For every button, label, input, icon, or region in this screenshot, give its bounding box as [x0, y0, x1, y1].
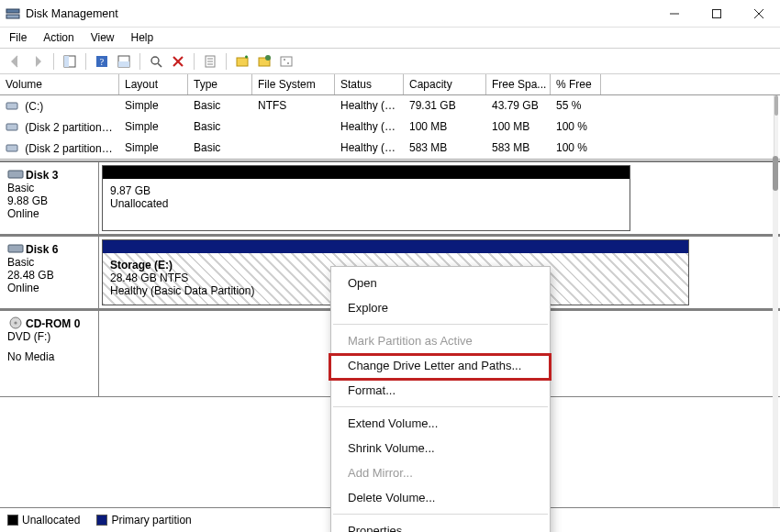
- close-button[interactable]: [738, 0, 780, 27]
- svg-rect-1: [6, 15, 19, 18]
- maximize-button[interactable]: [696, 0, 738, 27]
- svg-rect-7: [64, 56, 69, 67]
- refresh-icon[interactable]: [146, 52, 166, 71]
- titlebar: Disk Management: [0, 0, 780, 28]
- svg-rect-0: [6, 9, 19, 13]
- toolbar: ?: [0, 49, 780, 74]
- disk-label-panel[interactable]: Disk 6 Basic 28.48 GB Online: [0, 237, 99, 308]
- ctx-properties[interactable]: Properties: [331, 518, 550, 532]
- volume-color-bar: [103, 166, 630, 179]
- svg-rect-27: [6, 124, 17, 130]
- volume-table: Volume Layout Type File System Status Ca…: [0, 74, 780, 160]
- new-volume-icon[interactable]: [232, 52, 252, 71]
- svg-rect-3: [713, 9, 721, 17]
- volume-name: (Disk 2 partition 4): [25, 142, 114, 155]
- ctx-delete-volume[interactable]: Delete Volume...: [331, 485, 550, 510]
- table-row[interactable]: (Disk 2 partition 4) Simple Basic Health…: [0, 138, 780, 159]
- volume-box-unallocated[interactable]: 9.87 GB Unallocated: [102, 165, 630, 231]
- svg-point-25: [287, 62, 289, 64]
- svg-rect-30: [8, 245, 23, 252]
- table-scrollbar[interactable]: [774, 95, 778, 159]
- table-row[interactable]: (C:) Simple Basic NTFS Healthy (B... 79.…: [0, 95, 780, 116]
- ctx-mark-active: Mark Partition as Active: [331, 328, 550, 353]
- back-icon[interactable]: [6, 52, 26, 71]
- svg-text:?: ?: [100, 57, 105, 67]
- legend-primary-partition: Primary partition: [96, 514, 191, 526]
- svg-point-32: [14, 321, 17, 324]
- svg-point-12: [151, 57, 159, 64]
- delete-icon[interactable]: [168, 52, 188, 71]
- menu-file[interactable]: File: [9, 31, 27, 44]
- menu-help[interactable]: Help: [131, 31, 154, 44]
- ctx-explore[interactable]: Explore: [331, 295, 550, 320]
- disk-icon: [7, 242, 24, 255]
- svg-point-24: [284, 59, 285, 61]
- svg-rect-23: [281, 57, 292, 66]
- svg-point-22: [265, 55, 271, 61]
- volume-icon: [6, 120, 18, 133]
- menu-view[interactable]: View: [91, 31, 115, 44]
- ctx-extend-volume[interactable]: Extend Volume...: [331, 411, 550, 436]
- cdrom-icon: [7, 316, 24, 329]
- volume-color-bar: [103, 240, 688, 253]
- svg-line-13: [158, 63, 162, 67]
- svg-rect-28: [6, 145, 17, 151]
- minimize-button[interactable]: [653, 0, 696, 27]
- col-type[interactable]: Type: [188, 74, 252, 94]
- forward-icon[interactable]: [28, 52, 48, 71]
- col-freespace[interactable]: Free Spa...: [486, 74, 551, 94]
- app-icon: [6, 6, 20, 21]
- table-row[interactable]: (Disk 2 partition 1) Simple Basic Health…: [0, 116, 780, 138]
- col-pctfree[interactable]: % Free: [551, 74, 601, 94]
- ctx-open[interactable]: Open: [331, 271, 550, 295]
- menu-action[interactable]: Action: [43, 31, 73, 44]
- svg-rect-29: [8, 171, 23, 178]
- volume-name: (C:): [25, 100, 43, 113]
- disk-icon: [7, 168, 24, 181]
- volume-icon: [6, 99, 18, 112]
- attach-vhd-icon[interactable]: [254, 52, 274, 71]
- volume-icon: [6, 141, 18, 154]
- window-controls: [653, 0, 780, 27]
- col-status[interactable]: Status: [335, 74, 404, 94]
- window-title: Disk Management: [26, 7, 118, 20]
- menubar: File Action View Help: [0, 28, 780, 49]
- properties-icon[interactable]: [200, 52, 220, 71]
- legend-unallocated: Unallocated: [7, 514, 80, 526]
- svg-rect-20: [237, 58, 248, 66]
- detail-pane-icon[interactable]: [114, 52, 134, 71]
- help-icon[interactable]: ?: [92, 52, 112, 71]
- context-menu: Open Explore Mark Partition as Active Ch…: [330, 266, 551, 532]
- svg-rect-11: [118, 61, 129, 67]
- ctx-add-mirror: Add Mirror...: [331, 460, 550, 485]
- svg-rect-26: [6, 103, 17, 109]
- col-layout[interactable]: Layout: [119, 74, 188, 94]
- show-hide-console-tree-icon[interactable]: [60, 52, 80, 71]
- ctx-change-drive-letter[interactable]: Change Drive Letter and Paths...: [331, 353, 550, 378]
- settings-icon[interactable]: [276, 52, 296, 71]
- volume-table-header: Volume Layout Type File System Status Ca…: [0, 74, 780, 95]
- volume-name: (Disk 2 partition 1): [25, 121, 114, 134]
- disk-row: Disk 3 Basic 9.88 GB Online 9.87 GB Unal…: [0, 161, 780, 235]
- disk-label-panel[interactable]: Disk 3 Basic 9.88 GB Online: [0, 162, 99, 234]
- col-filesystem[interactable]: File System: [252, 74, 335, 94]
- ctx-format[interactable]: Format...: [331, 378, 550, 403]
- disk-area-scrollbar[interactable]: [773, 156, 778, 508]
- ctx-shrink-volume[interactable]: Shrink Volume...: [331, 436, 550, 460]
- disk-label-panel[interactable]: CD-ROM 0 DVD (F:) No Media: [0, 311, 99, 396]
- col-volume[interactable]: Volume: [0, 74, 119, 94]
- col-capacity[interactable]: Capacity: [404, 74, 486, 94]
